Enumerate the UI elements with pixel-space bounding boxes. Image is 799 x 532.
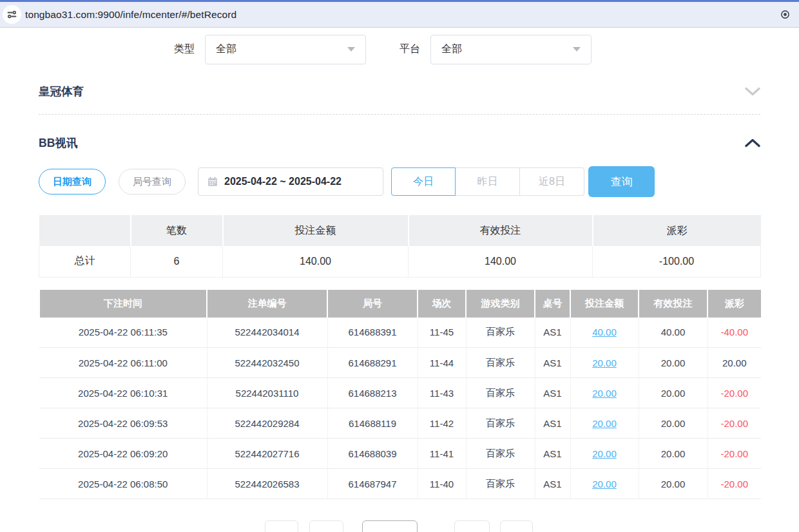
cell-session: 11-41: [418, 439, 466, 469]
table-row: 2025-04-22 06:09:53 522442029284 6146881…: [39, 408, 761, 439]
cell-round-number: 614687947: [327, 469, 418, 499]
search-button[interactable]: 查询: [588, 166, 655, 197]
cell-game-type: 百家乐: [466, 408, 535, 439]
bet-records-table: 下注时间注单编号局号场次游戏类别桌号投注金额有效投注派彩 2025-04-22 …: [39, 290, 761, 500]
bet-amount-link[interactable]: 20.00: [592, 388, 617, 399]
site-settings-button[interactable]: [3, 5, 21, 24]
column-header: 游戏类别: [466, 290, 535, 318]
cell-game-type: 百家乐: [466, 469, 535, 499]
summary-valid-bet-value: 140.00: [409, 246, 593, 277]
cell-payout: -20.00: [708, 408, 761, 439]
caret-down-icon: [347, 47, 355, 52]
browser-address-bar[interactable]: tongbao31.com:9900/infe/mcenter/#/betRec…: [0, 0, 799, 28]
column-header: 下注时间: [39, 290, 207, 318]
summary-payout-value: -100.00: [593, 246, 761, 277]
table-header-row: 下注时间注单编号局号场次游戏类别桌号投注金额有效投注派彩: [39, 290, 761, 318]
quick-range-group: 今日 昨日 近8日: [391, 167, 584, 196]
platform-filter-label: 平台: [400, 43, 420, 56]
platform-select-value: 全部: [441, 43, 462, 56]
table-row: 2025-04-22 06:10:31 522442031110 6146882…: [39, 378, 761, 408]
cell-payout: -40.00: [708, 318, 761, 348]
table-row: 2025-04-22 06:11:35 522442034014 6146883…: [39, 318, 761, 348]
table-row: 2025-04-22 06:11:00 522442032450 6146882…: [39, 348, 761, 378]
chevron-up-icon[interactable]: [745, 138, 760, 147]
tune-icon: [7, 10, 17, 19]
cell-valid-bet: 20.00: [639, 408, 708, 439]
summary-header-blank: [39, 215, 131, 246]
pagination: [0, 520, 799, 532]
cell-session: 11-40: [418, 469, 466, 499]
pagination-next-button[interactable]: [454, 520, 490, 532]
cell-table-number: AS1: [535, 439, 570, 469]
round-query-tab[interactable]: 局号查询: [119, 169, 186, 195]
cell-game-type: 百家乐: [466, 439, 535, 469]
query-toolbar: 日期查询 局号查询 2025-04-22 ~ 2025-04-22 今日: [39, 166, 760, 197]
bet-amount-link[interactable]: 20.00: [592, 448, 617, 459]
bet-amount-link[interactable]: 20.00: [592, 418, 617, 429]
cell-valid-bet: 20.00: [639, 469, 708, 499]
table-row: 2025-04-22 06:09:20 522442027716 6146880…: [39, 439, 761, 469]
cell-bet-number: 522442034014: [207, 318, 327, 348]
cell-bet-time: 2025-04-22 06:11:00: [39, 348, 207, 378]
cell-session: 11-43: [418, 378, 466, 408]
column-header: 注单编号: [207, 290, 327, 318]
cell-payout: 20.00: [708, 348, 761, 378]
target-icon[interactable]: [780, 10, 790, 19]
cell-session: 11-44: [418, 348, 466, 378]
date-range-picker[interactable]: 2025-04-22 ~ 2025-04-22: [198, 167, 383, 196]
cell-bet-time: 2025-04-22 06:11:35: [39, 318, 207, 348]
cell-bet-time: 2025-04-22 06:10:31: [39, 378, 207, 408]
bb-video-title: BB视讯: [39, 135, 77, 151]
cell-session: 11-45: [418, 318, 466, 348]
cell-bet-time: 2025-04-22 06:09:53: [39, 408, 207, 439]
cell-round-number: 614688119: [327, 408, 418, 439]
type-filter-label: 类型: [174, 43, 195, 56]
today-button[interactable]: 今日: [391, 167, 456, 196]
cell-bet-time: 2025-04-22 06:08:50: [39, 469, 207, 499]
column-header: 派彩: [708, 290, 761, 318]
cell-round-number: 614688291: [327, 348, 418, 378]
window-accent-strip: [0, 0, 799, 2]
column-header: 场次: [418, 290, 466, 318]
cell-bet-amount: 40.00: [570, 318, 639, 348]
url-text[interactable]: tongbao31.com:9900/infe/mcenter/#/betRec…: [25, 9, 236, 21]
type-select-value: 全部: [216, 43, 236, 56]
section-bb-video[interactable]: BB视讯: [39, 135, 760, 151]
summary-header-bet-amount: 投注金额: [223, 215, 409, 246]
cell-bet-amount: 20.00: [570, 348, 639, 378]
cell-bet-number: 522442026583: [207, 469, 327, 499]
table-row: 2025-04-22 06:08:50 522442026583 6146879…: [39, 469, 761, 499]
cell-bet-number: 522442031110: [207, 378, 327, 408]
cell-bet-amount: 20.00: [570, 408, 639, 439]
bet-amount-link[interactable]: 20.00: [592, 479, 617, 489]
type-select[interactable]: 全部: [205, 35, 366, 64]
pagination-current-page[interactable]: [362, 520, 418, 532]
chevron-down-icon[interactable]: [745, 87, 760, 96]
platform-select[interactable]: 全部: [430, 35, 592, 64]
pagination-first-button[interactable]: [265, 520, 298, 532]
cell-session: 11-42: [418, 408, 466, 439]
bet-amount-link[interactable]: 20.00: [592, 357, 617, 368]
summary-count-value: 6: [131, 246, 223, 277]
summary-header-count: 笔数: [131, 215, 223, 246]
date-range-value: 2025-04-22 ~ 2025-04-22: [224, 176, 342, 187]
cell-payout: -20.00: [708, 439, 761, 469]
cell-round-number: 614688039: [327, 439, 418, 469]
summary-bet-amount-value: 140.00: [223, 246, 409, 277]
cell-round-number: 614688213: [327, 378, 418, 408]
date-query-tab[interactable]: 日期查询: [39, 169, 106, 195]
yesterday-button[interactable]: 昨日: [456, 167, 520, 196]
cell-bet-time: 2025-04-22 06:09:20: [39, 439, 207, 469]
summary-table: 笔数 投注金额 有效投注 派彩 总计 6 140.00 140.00 -100.…: [39, 215, 761, 278]
cell-payout: -20.00: [708, 469, 761, 499]
cell-game-type: 百家乐: [466, 378, 535, 408]
pagination-last-button[interactable]: [500, 520, 533, 532]
calendar-icon: [207, 176, 218, 187]
column-header: 投注金额: [570, 290, 639, 318]
bet-amount-link[interactable]: 40.00: [592, 327, 617, 337]
cell-game-type: 百家乐: [466, 318, 535, 348]
caret-down-icon: [573, 47, 581, 52]
section-crown-sports[interactable]: 皇冠体育: [39, 84, 760, 115]
pagination-prev-button[interactable]: [309, 520, 343, 532]
last-8-days-button[interactable]: 近8日: [520, 167, 584, 196]
